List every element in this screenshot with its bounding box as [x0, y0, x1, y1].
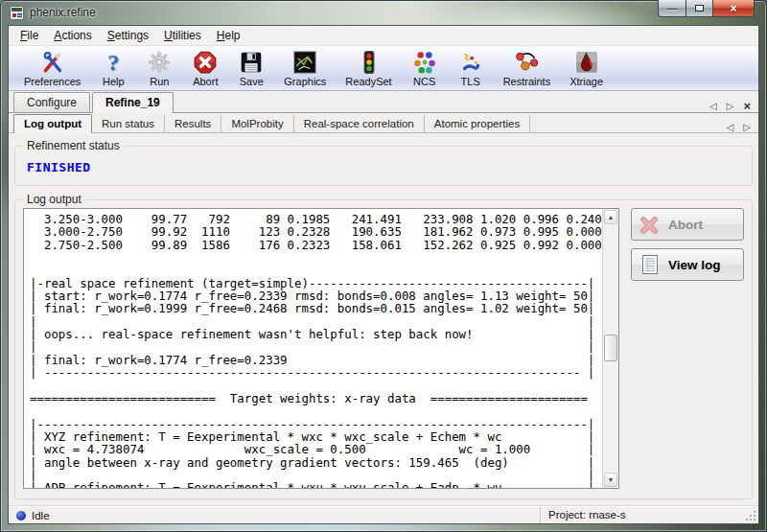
toolbar-label: Abort: [193, 76, 218, 87]
toolbar-help[interactable]: ? Help: [90, 48, 136, 88]
scroll-down-icon[interactable]: ▼: [604, 473, 617, 487]
view-log-button-label: View log: [668, 258, 721, 272]
refinement-status-group: Refinement status FINISHED: [14, 146, 753, 186]
menu-help[interactable]: Help: [209, 27, 248, 44]
toolbar-tls[interactable]: TLS: [448, 48, 494, 88]
status-project-text: Project: rnase-s: [548, 509, 626, 520]
tab-close-icon[interactable]: ×: [743, 100, 751, 112]
tab-results[interactable]: Results: [165, 115, 221, 132]
titlebar[interactable]: phenix.refine — ×: [0, 0, 767, 25]
tab-scroll-left-icon[interactable]: ◁: [709, 102, 717, 111]
toolbar: Preferences ? Help: [9, 46, 758, 91]
log-output-label: Log output: [23, 193, 85, 206]
toolbar-label: ReadySet: [345, 76, 391, 87]
tab-real-space-correlation[interactable]: Real-space correlation: [294, 115, 425, 132]
xtriage-icon: [573, 49, 600, 76]
subtab-scroll-left-icon[interactable]: ◁: [727, 123, 734, 132]
restraints-icon: [513, 49, 540, 76]
toolbar-label: NCS: [413, 76, 435, 87]
main-tab-strip: Configure Refine_19 ◁ ▷ ×: [9, 91, 758, 113]
toolbar-label: Help: [103, 76, 125, 87]
refinement-status-label: Refinement status: [23, 139, 124, 152]
tab-run-status[interactable]: Run status: [92, 115, 165, 132]
resize-grip[interactable]: [745, 510, 756, 521]
log-output-group: Log output 3.250-3.000 99.77 792 89 0.19…: [14, 199, 753, 499]
close-button[interactable]: ×: [713, 0, 755, 17]
window-controls: — ×: [658, 0, 755, 17]
status-project: Project: rnase-s: [540, 506, 758, 523]
toolbar-label: Run: [150, 76, 169, 87]
sub-tab-strip: Log output Run status Results MolProbity…: [9, 113, 758, 133]
tab-refine-19[interactable]: Refine_19: [92, 92, 174, 113]
toolbar-restraints[interactable]: Restraints: [494, 48, 561, 88]
tab-molprobity[interactable]: MolProbity: [221, 115, 293, 132]
idle-status-icon: [16, 511, 26, 520]
maximize-icon: [695, 5, 704, 12]
toolbar-abort[interactable]: Abort: [182, 48, 228, 88]
app-icon: [10, 6, 24, 20]
scroll-up-icon[interactable]: ▲: [604, 210, 617, 224]
sub-tab-controls: ◁ ▷: [727, 123, 758, 132]
log-text-view[interactable]: 3.250-3.000 99.77 792 89 0.1985 241.491 …: [23, 208, 619, 489]
log-text[interactable]: 3.250-3.000 99.77 792 89 0.1985 241.491 …: [24, 209, 602, 488]
tls-icon: [457, 49, 484, 76]
toolbar-xtriage[interactable]: Xtriage: [560, 48, 613, 88]
phenix-refine-window: phenix.refine — × File Actions Settings …: [0, 0, 767, 532]
ncs-icon: [411, 49, 438, 76]
toolbar-label: Xtriage: [569, 76, 603, 87]
minimize-button[interactable]: —: [658, 0, 686, 17]
tab-configure[interactable]: Configure: [13, 92, 90, 112]
toolbar-save[interactable]: Save: [228, 48, 274, 88]
toolbar-preferences[interactable]: Preferences: [14, 48, 90, 88]
client-area: File Actions Settings Utilities Help Pre…: [8, 25, 759, 524]
log-vertical-scrollbar[interactable]: ▲ ▼: [602, 209, 618, 488]
graphics-icon: [291, 49, 318, 76]
log-action-buttons: Abort View log: [631, 208, 744, 489]
window-title: phenix.refine: [30, 6, 96, 19]
run-gear-icon: [146, 49, 173, 76]
status-state-text: Idle: [32, 510, 50, 521]
statusbar: Idle Project: rnase-s: [9, 505, 758, 523]
toolbar-readyset[interactable]: ReadySet: [336, 48, 401, 88]
abort-button[interactable]: Abort: [631, 208, 744, 241]
subtab-scroll-right-icon[interactable]: ▷: [743, 123, 751, 132]
menubar: File Actions Settings Utilities Help: [9, 26, 758, 46]
refinement-status-value: FINISHED: [27, 160, 91, 174]
menu-actions[interactable]: Actions: [46, 27, 99, 44]
save-floppy-icon: [238, 49, 265, 76]
main-tab-controls: ◁ ▷ ×: [709, 100, 758, 112]
abort-octagon-icon: [192, 49, 219, 76]
status-state: Idle: [9, 506, 540, 523]
traffic-light-icon: [356, 49, 383, 76]
menu-file[interactable]: File: [12, 27, 46, 44]
toolbar-label: Restraints: [503, 76, 551, 87]
maximize-button[interactable]: [686, 0, 713, 17]
menu-utilities[interactable]: Utilities: [156, 27, 209, 44]
scrollbar-thumb[interactable]: [604, 335, 617, 361]
abort-x-icon: [639, 213, 662, 236]
toolbar-label: Graphics: [284, 76, 326, 87]
toolbar-ncs[interactable]: NCS: [402, 48, 448, 88]
preferences-icon: [39, 49, 66, 76]
tab-atomic-properties[interactable]: Atomic properties: [425, 115, 530, 132]
toolbar-label: TLS: [461, 76, 480, 87]
menu-settings[interactable]: Settings: [100, 27, 156, 44]
toolbar-run[interactable]: Run: [136, 48, 182, 88]
tab-scroll-right-icon[interactable]: ▷: [727, 102, 734, 111]
tab-log-output[interactable]: Log output: [13, 114, 92, 133]
view-log-icon: [639, 253, 662, 276]
abort-button-label: Abort: [668, 218, 703, 232]
view-log-button[interactable]: View log: [631, 248, 744, 281]
toolbar-label: Save: [240, 76, 264, 87]
log-output-page: Refinement status FINISHED Log output 3.…: [9, 133, 758, 505]
help-icon: ?: [100, 49, 127, 76]
toolbar-graphics[interactable]: Graphics: [274, 48, 336, 88]
toolbar-label: Preferences: [24, 76, 81, 87]
